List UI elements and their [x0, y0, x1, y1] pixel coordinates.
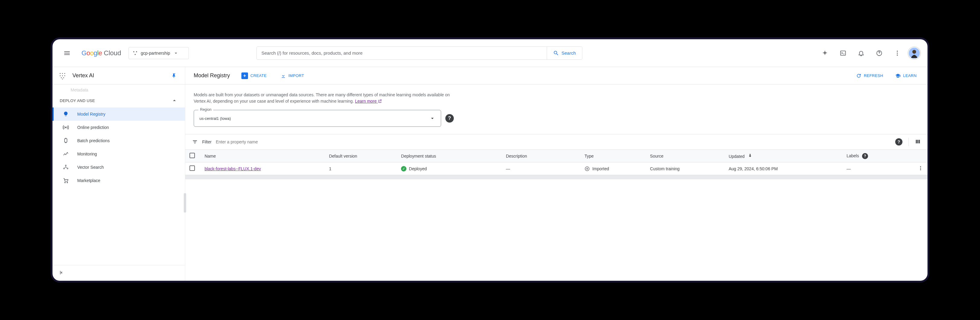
filter-help-button[interactable]: ?	[895, 138, 902, 145]
svg-point-24	[65, 182, 65, 183]
svg-point-0	[133, 51, 134, 52]
more-button[interactable]	[890, 46, 905, 60]
sidebar-truncated-item[interactable]: Metadata	[52, 86, 185, 94]
broadcast-icon	[63, 124, 69, 131]
svg-rect-20	[65, 139, 67, 142]
region-select[interactable]: Region us-central1 (Iowa)	[194, 110, 441, 127]
divider	[908, 138, 909, 146]
collapse-sidebar-button[interactable]	[59, 270, 179, 277]
col-labels[interactable]: Labels ?	[842, 150, 908, 162]
refresh-label: REFRESH	[864, 73, 883, 78]
import-icon	[281, 73, 286, 78]
product-cell: Vertex AI	[52, 67, 185, 84]
hamburger-icon	[64, 49, 71, 57]
cell-description: —	[502, 162, 581, 175]
page-title: Model Registry	[194, 72, 230, 79]
row-actions-button[interactable]	[918, 167, 923, 172]
body: Metadata DEPLOY AND USE Model Registry O…	[52, 84, 928, 281]
create-button[interactable]: + CREATE	[239, 71, 269, 81]
sub-header: Vertex AI Model Registry + CREATE IMPORT…	[52, 67, 928, 84]
svg-point-14	[62, 75, 63, 76]
import-label: IMPORT	[288, 73, 304, 78]
page-bar: Model Registry + CREATE IMPORT REFRESH L…	[185, 67, 928, 84]
batch-icon	[63, 138, 69, 144]
topbar-right	[818, 46, 920, 60]
kebab-icon	[894, 50, 900, 56]
search-input[interactable]	[257, 47, 547, 59]
row-checkbox[interactable]	[189, 166, 195, 171]
caret-down-icon	[173, 50, 179, 56]
cell-updated: Aug 29, 2024, 6:50:06 PM	[724, 162, 842, 175]
avatar-icon	[909, 47, 920, 59]
external-link-icon	[378, 99, 382, 103]
column-display-button[interactable]	[915, 139, 921, 145]
region-value: us-central1 (Iowa)	[199, 116, 231, 121]
col-updated[interactable]: Updated	[724, 150, 842, 162]
sidebar-item-monitoring[interactable]: Monitoring	[52, 147, 185, 161]
nav-menu-button[interactable]	[60, 46, 74, 60]
intro-text: Models are built from your datasets or u…	[185, 84, 463, 110]
import-button[interactable]: IMPORT	[278, 71, 307, 80]
refresh-icon	[856, 73, 861, 78]
cell-type: Imported	[584, 166, 641, 172]
sidebar-item-vector-search[interactable]: Vector Search	[52, 161, 185, 174]
horizontal-scrollbar[interactable]	[185, 175, 928, 179]
top-bar: Google Cloud gcp-partnership Search	[52, 39, 928, 67]
filter-input[interactable]	[216, 140, 891, 144]
region-help-button[interactable]: ?	[445, 114, 454, 123]
lightbulb-icon	[63, 111, 69, 117]
search-icon	[553, 50, 559, 56]
model-name-link[interactable]: black-forest-labs--FLUX.1-dev	[205, 166, 261, 171]
sidebar-item-label: Marketplace	[77, 178, 100, 183]
google-cloud-logo[interactable]: Google Cloud	[81, 49, 121, 57]
svg-point-13	[60, 75, 60, 76]
main-content: Models are built from your datasets or u…	[185, 84, 928, 281]
col-name[interactable]: Name	[200, 150, 325, 162]
notifications-button[interactable]	[854, 46, 869, 60]
labels-help-icon[interactable]: ?	[862, 153, 868, 159]
product-name: Vertex AI	[72, 72, 163, 79]
col-description[interactable]: Description	[502, 150, 581, 162]
project-picker[interactable]: gcp-partnership	[129, 47, 189, 59]
col-deployment-status[interactable]: Deployment status	[397, 150, 501, 162]
sidebar-resize-handle[interactable]	[184, 193, 186, 213]
col-default-version[interactable]: Default version	[325, 150, 397, 162]
bell-icon	[858, 50, 864, 56]
refresh-button[interactable]: REFRESH	[854, 71, 886, 80]
pin-button[interactable]	[169, 71, 179, 81]
sidebar-item-label: Online prediction	[77, 125, 109, 130]
sidebar-item-marketplace[interactable]: Marketplace	[52, 174, 185, 187]
cloud-shell-button[interactable]	[836, 46, 850, 60]
region-row: Region us-central1 (Iowa) ?	[185, 110, 928, 134]
deployed-check-icon: ✓	[401, 166, 406, 172]
sidebar-section-deploy-and-use[interactable]: DEPLOY AND USE	[52, 94, 185, 107]
region-floating-label: Region	[198, 107, 213, 112]
sidebar-item-online-prediction[interactable]: Online prediction	[52, 121, 185, 134]
learn-more-link[interactable]: Learn more	[355, 99, 382, 103]
svg-point-31	[920, 168, 921, 169]
col-source[interactable]: Source	[646, 150, 724, 162]
learn-icon	[895, 73, 900, 78]
monitoring-icon	[63, 151, 69, 157]
imported-icon	[584, 166, 590, 172]
svg-point-16	[61, 77, 62, 78]
learn-button[interactable]: LEARN	[893, 71, 919, 80]
gemini-button[interactable]	[818, 46, 832, 60]
select-all-checkbox[interactable]	[189, 153, 195, 158]
sidebar: Metadata DEPLOY AND USE Model Registry O…	[52, 84, 185, 281]
intro-body: Models are built from your datasets or u…	[194, 92, 450, 103]
collapse-icon	[59, 270, 65, 275]
sidebar-item-label: Monitoring	[77, 151, 97, 156]
search-button[interactable]: Search	[547, 47, 582, 59]
svg-point-23	[67, 168, 68, 169]
col-type[interactable]: Type	[580, 150, 646, 162]
sidebar-section-label: DEPLOY AND USE	[60, 99, 95, 103]
sidebar-item-batch-predictions[interactable]: Batch predictions	[52, 134, 185, 147]
help-button[interactable]	[872, 46, 886, 60]
svg-point-21	[65, 165, 66, 166]
cell-labels: —	[842, 162, 908, 175]
sidebar-item-model-registry[interactable]: Model Registry	[52, 107, 185, 121]
cell-deployment-status: ✓ Deployed	[401, 166, 497, 172]
svg-point-15	[64, 75, 65, 76]
account-avatar[interactable]	[908, 47, 920, 59]
